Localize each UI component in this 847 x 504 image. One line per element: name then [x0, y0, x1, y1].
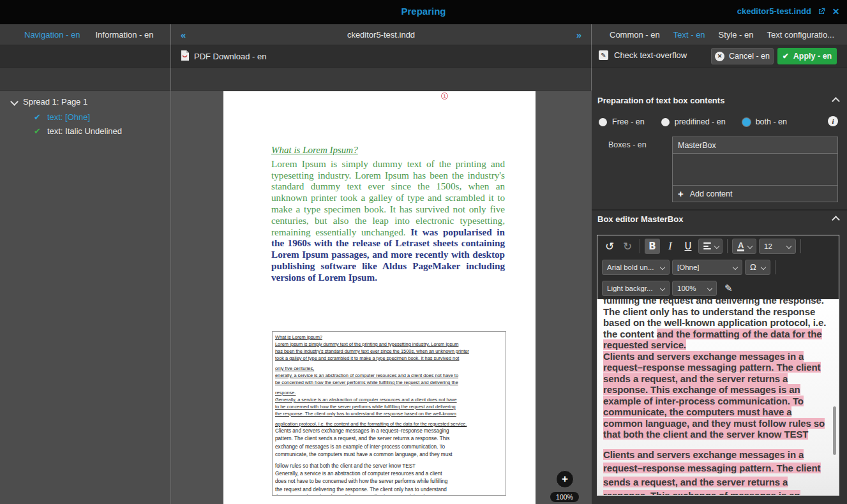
empty-row: [0, 68, 592, 91]
minibox-line: to be concerned with how the server perf…: [275, 403, 503, 410]
radio-option[interactable]: both - en: [742, 117, 787, 126]
boxes-label: Boxes - en: [608, 140, 647, 149]
open-external-icon[interactable]: [816, 6, 826, 16]
bold-button[interactable]: B: [645, 239, 660, 254]
cancel-button[interactable]: ✕ Cancel - en: [711, 48, 774, 64]
plus-icon: +: [678, 188, 684, 199]
app-window: { "colors":{"accent_blue":"#2d9fd8","app…: [0, 0, 847, 504]
edit-pencil-icon[interactable]: ✎: [724, 283, 733, 294]
tree-root-label: Spread 1: Page 1: [23, 97, 87, 107]
left-panel-tab[interactable]: Navigation - en: [24, 30, 80, 40]
boxes-list-items: MasterBox: [673, 137, 837, 154]
toolbar-separator: [727, 239, 728, 253]
special-character-dropdown[interactable]: Ω: [745, 260, 770, 275]
radio-option[interactable]: predifined - en: [661, 117, 726, 126]
toolbar-row-3: Light backgr... 100% ✎: [597, 278, 839, 299]
titlebar: Preparing ckeditor5-test.indd ✕: [0, 0, 847, 24]
titlebar-file-group: ckeditor5-test.indd ✕: [737, 6, 841, 16]
page-text-green: Lorem Ipsum is simply dummy text of the …: [271, 158, 505, 237]
right-panel-tab[interactable]: Common - en: [610, 30, 660, 40]
italic-button[interactable]: I: [663, 239, 678, 254]
page-heading: What is Lorem Ipsum?: [271, 145, 505, 156]
font-color-icon: A: [737, 241, 744, 251]
highlighted-text: Clients and servers exchange messages in…: [603, 449, 821, 496]
underline-button[interactable]: U: [680, 239, 696, 254]
checkbox-pencil-icon[interactable]: ✎: [599, 50, 608, 60]
preview-text-frame: What is Lorem Ipsum?Lorem Ipsum is simpl…: [272, 331, 506, 496]
minibox-line: application protocol, i.e. the content a…: [275, 420, 503, 427]
right-panel-tab[interactable]: Text - en: [673, 30, 705, 40]
tree-item[interactable]: ✔ text: [Ohne]: [34, 110, 122, 124]
font-family-dropdown[interactable]: Arial bold un...: [602, 260, 670, 275]
minibox-line: response.: [275, 389, 503, 396]
redo-icon[interactable]: ↻: [620, 239, 635, 254]
collapse-left-icon[interactable]: «: [171, 29, 195, 40]
minibox-line: the response based on the well-known app…: [275, 494, 503, 496]
page-paragraph: What is Lorem Ipsum?Lorem Ipsum is simpl…: [271, 145, 505, 283]
check-text-overflow-label: Check text-overflow: [614, 50, 687, 60]
tree-item[interactable]: ✔ text: Italic Undelined: [34, 124, 122, 138]
radio-dot-icon[interactable]: [599, 118, 607, 126]
navigation-tree: Spread 1: Page 1 ✔ text: [Ohne] ✔ text: …: [0, 91, 170, 504]
apply-button[interactable]: ✔ Apply - en: [777, 48, 837, 64]
minibox-line: pattern. The client sends a request, and…: [275, 435, 503, 443]
pdf-icon: [181, 50, 189, 63]
minibox-line: Generally, a service is an abstraction o…: [275, 396, 503, 403]
paragraph-style-dropdown[interactable]: [Ohne]: [672, 260, 742, 275]
editor-text: fulfilling the request and delivering th…: [603, 299, 827, 495]
add-content-button[interactable]: + Add content: [673, 185, 837, 202]
pdf-download-button[interactable]: PDF Download - en: [181, 48, 266, 65]
minibox-line: took a galley of type and scrambled it t…: [275, 355, 503, 362]
minibox-line: What is Lorem Ipsum?: [275, 334, 503, 341]
right-tabs: Common - enText - enStyle - enText confi…: [592, 24, 847, 45]
toolbar-row-2: Arial bold un... [Ohne] Ω: [597, 256, 839, 278]
right-panel-tab[interactable]: Text configuratio...: [767, 30, 835, 40]
toolbar-separator: [775, 260, 776, 274]
close-icon[interactable]: ✕: [831, 6, 841, 16]
minibox-line: enerally, a service is an abstraction of…: [275, 372, 503, 379]
radio-dot-icon[interactable]: [742, 118, 751, 126]
collapse-section-icon[interactable]: [832, 97, 840, 105]
titlebar-filename: ckeditor5-test.indd: [737, 6, 811, 16]
right-panel: Preparation of text box contents Free - …: [592, 68, 847, 504]
font-size-dropdown[interactable]: 12: [759, 239, 796, 254]
check-icon: ✔: [34, 112, 41, 122]
radio-option[interactable]: Free - en: [599, 117, 645, 126]
minibox-line: be concerned with how the server perform…: [275, 379, 503, 386]
highlighted-text: Clients and servers exchange messages in…: [603, 351, 825, 440]
cancel-icon: ✕: [715, 52, 724, 61]
left-tabs: Navigation - enInformation - en: [0, 24, 170, 45]
info-icon[interactable]: i: [828, 116, 838, 126]
minibox-line: has been the industry's standard dummy t…: [275, 348, 503, 355]
minibox-line: Lorem Ipsum is simply dummy text of the …: [275, 341, 503, 348]
zoom-in-button[interactable]: +: [556, 470, 574, 488]
font-color-dropdown[interactable]: A: [732, 239, 756, 254]
check-text-overflow[interactable]: ✎ Check text-overflow: [599, 50, 687, 60]
left-panel-tab[interactable]: Information - en: [95, 30, 153, 40]
scale-dropdown[interactable]: 100%: [672, 281, 717, 296]
status-text: Preparing: [0, 6, 847, 17]
radio-dot-icon[interactable]: [661, 118, 670, 126]
check-icon: ✔: [34, 126, 41, 136]
minibox-line: the request and delivering the response.…: [275, 486, 503, 494]
editor-scrollbar-thumb[interactable]: [833, 406, 836, 455]
editor-paragraph-2: Clients and servers exchange messages in…: [603, 351, 827, 440]
minibox-line: Clients and servers exchange messages in…: [275, 427, 503, 435]
box-editor-title: Box editor MasterBox: [597, 214, 683, 224]
collapse-section-icon[interactable]: [832, 216, 840, 224]
background-style-dropdown[interactable]: Light backgr...: [602, 281, 670, 296]
undo-icon[interactable]: ↺: [602, 239, 617, 254]
collapse-right-icon[interactable]: »: [567, 29, 591, 40]
apply-label: Apply - en: [793, 52, 832, 61]
cancel-label: Cancel - en: [729, 52, 770, 61]
minibox-line: Generally, a service is an abstraction o…: [275, 470, 503, 478]
right-panel-tab[interactable]: Style - en: [719, 30, 754, 40]
toolbar-separator: [640, 239, 640, 253]
tree-items: ✔ text: [Ohne] ✔ text: Italic Undelined: [34, 110, 122, 138]
alignment-dropdown[interactable]: [698, 239, 723, 254]
tree-root[interactable]: Spread 1: Page 1: [11, 97, 87, 107]
rich-text-editor[interactable]: fulfilling the request and delivering th…: [597, 299, 839, 495]
document-title: ckeditor5-test.indd: [195, 30, 566, 40]
prep-radio-group: Free - en predifined - en both - en: [599, 117, 839, 126]
box-list-item[interactable]: MasterBox: [673, 137, 837, 154]
